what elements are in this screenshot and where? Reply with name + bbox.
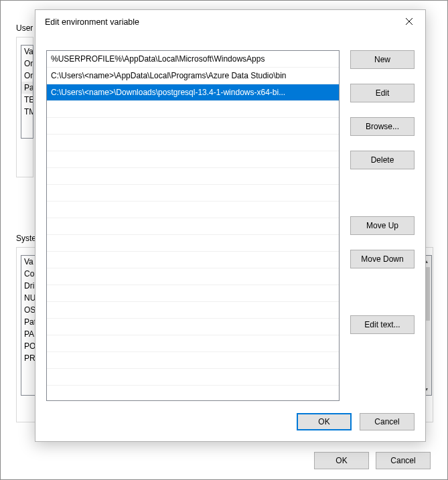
- list-item[interactable]: TM: [21, 106, 33, 118]
- browse-button[interactable]: Browse...: [350, 117, 415, 136]
- path-entry-empty[interactable]: [47, 252, 339, 268]
- path-entry-empty[interactable]: [47, 118, 339, 135]
- close-icon: [406, 18, 413, 25]
- list-item[interactable]: On: [21, 58, 33, 70]
- delete-button[interactable]: Delete: [350, 151, 415, 169]
- edit-text-button[interactable]: Edit text...: [350, 315, 415, 334]
- path-entry-empty[interactable]: [47, 335, 339, 352]
- path-entry-empty[interactable]: [47, 101, 339, 118]
- path-entry[interactable]: C:\Users\<name>\Downloads\postgresql-13.…: [47, 84, 339, 101]
- ok-button[interactable]: OK: [297, 413, 352, 430]
- cancel-button[interactable]: Cancel: [360, 413, 415, 430]
- edit-environment-variable-dialog: Edit environment variable %USERPROFILE%\…: [35, 9, 426, 442]
- path-entry-empty[interactable]: [47, 285, 339, 302]
- ok-button[interactable]: OK: [314, 452, 369, 469]
- path-list[interactable]: %USERPROFILE%\AppData\Local\Microsoft\Wi…: [46, 50, 340, 401]
- list-item[interactable]: Va: [21, 46, 33, 58]
- edit-button[interactable]: Edit: [350, 84, 415, 102]
- path-entry-empty[interactable]: [47, 302, 339, 319]
- side-button-column: New Edit Browse... Delete Move Up Move D…: [350, 50, 415, 349]
- dialog-client-area: %USERPROFILE%\AppData\Local\Microsoft\Wi…: [46, 50, 415, 401]
- title-bar: Edit environment variable: [35, 10, 425, 34]
- path-entry-empty[interactable]: [47, 185, 339, 202]
- list-item[interactable]: TE: [21, 94, 33, 106]
- path-entry-empty[interactable]: [47, 352, 339, 369]
- dialog-button-row: OK Cancel: [297, 413, 415, 430]
- path-entry-empty[interactable]: [47, 135, 339, 151]
- bottom-button-row: OK Cancel: [314, 452, 431, 469]
- list-item[interactable]: On: [21, 70, 33, 82]
- list-item[interactable]: Pat: [21, 82, 33, 94]
- path-entry-empty[interactable]: [47, 202, 339, 218]
- path-entry-empty[interactable]: [47, 369, 339, 386]
- user-variables-label: User: [16, 23, 33, 33]
- cancel-button[interactable]: Cancel: [376, 452, 431, 469]
- move-up-button[interactable]: Move Up: [350, 216, 415, 235]
- user-variables-list[interactable]: Va On On Pat TE TM: [21, 45, 33, 139]
- path-entry-empty[interactable]: [47, 168, 339, 185]
- path-entry[interactable]: %USERPROFILE%\AppData\Local\Microsoft\Wi…: [47, 51, 339, 68]
- new-button[interactable]: New: [350, 50, 415, 69]
- path-entry-empty[interactable]: [47, 218, 339, 235]
- path-entry-empty[interactable]: [47, 151, 339, 168]
- path-entry-empty[interactable]: [47, 319, 339, 335]
- path-entry[interactable]: C:\Users\<name>\AppData\Local\Programs\A…: [47, 68, 339, 84]
- path-entry-empty[interactable]: [47, 268, 339, 285]
- move-down-button[interactable]: Move Down: [350, 250, 415, 268]
- dialog-title: Edit environment variable: [45, 17, 139, 27]
- path-entry-empty[interactable]: [47, 235, 339, 252]
- close-button[interactable]: [393, 10, 425, 33]
- system-variables-label: Syste: [16, 234, 36, 243]
